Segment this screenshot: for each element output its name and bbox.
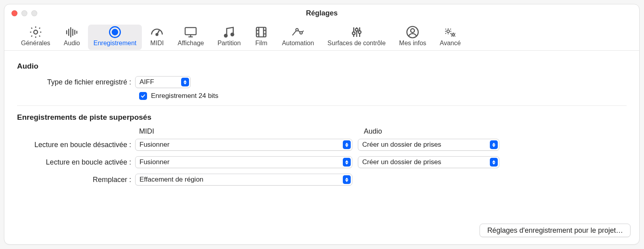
tab-label: Partition xyxy=(218,40,241,47)
cycle-on-audio-value: Créer un dossier de prises xyxy=(362,158,441,166)
tab-label: Automation xyxy=(282,40,314,47)
stepper-arrows-icon xyxy=(343,158,351,167)
file-type-select[interactable]: AIFF xyxy=(135,76,191,88)
section-title-audio: Audio xyxy=(17,62,627,71)
project-record-settings-label: Réglages d'enregistrement pour le projet… xyxy=(487,226,623,235)
section-title-overlap: Enregistrements de piste superposés xyxy=(17,113,627,122)
rec24-label: Enregistrement 24 bits xyxy=(151,92,218,100)
tab-partition[interactable]: Partition xyxy=(212,25,247,50)
svg-point-0 xyxy=(34,30,38,34)
svg-point-30 xyxy=(358,31,361,34)
replace-label: Remplacer : xyxy=(17,176,135,184)
tab-enregistrement[interactable]: Enregistrement xyxy=(88,25,142,50)
file-type-label: Type de fichier enregistré : xyxy=(17,78,135,86)
svg-rect-16 xyxy=(256,27,266,37)
tab-label: MIDI xyxy=(150,40,164,47)
section-divider xyxy=(17,105,627,106)
stepper-arrows-icon xyxy=(343,175,351,184)
tab-label: Enregistrement xyxy=(94,40,137,47)
tab-label: Générales xyxy=(21,40,50,47)
svg-point-32 xyxy=(411,29,415,33)
project-record-settings-button[interactable]: Réglages d'enregistrement pour le projet… xyxy=(480,224,631,237)
tab-label: Film xyxy=(255,40,267,47)
cycle-off-audio-select[interactable]: Créer un dossier de prises xyxy=(358,139,499,151)
music-notes-icon xyxy=(222,26,236,38)
cycle-off-audio-value: Créer un dossier de prises xyxy=(362,141,441,149)
row-24bit: Enregistrement 24 bits xyxy=(139,92,627,100)
tab-midi[interactable]: MIDI xyxy=(144,25,170,50)
svg-point-8 xyxy=(112,29,118,35)
tab-surfaces[interactable]: Surfaces de contrôle xyxy=(322,25,391,50)
col-header-audio: Audio xyxy=(364,127,382,136)
stepper-arrows-icon xyxy=(490,158,498,167)
svg-point-10 xyxy=(156,34,158,36)
row-cycle-off: Lecture en boucle désactivée : Fusionner… xyxy=(17,139,627,151)
window-title: Réglages xyxy=(4,9,639,17)
file-type-value: AIFF xyxy=(140,78,154,86)
sliders-icon xyxy=(350,26,364,38)
footer: Réglages d'enregistrement pour le projet… xyxy=(480,224,631,237)
display-icon xyxy=(183,26,198,38)
svg-point-29 xyxy=(355,29,358,31)
svg-point-14 xyxy=(224,34,227,37)
film-icon xyxy=(254,26,268,38)
content: Audio Type de fichier enregistré : AIFF … xyxy=(4,51,639,200)
settings-window: Réglages Générales Audio Enregistrement … xyxy=(4,4,640,245)
user-circle-icon xyxy=(405,26,420,38)
tab-affichage[interactable]: Affichage xyxy=(172,25,209,50)
rec24-checkbox[interactable] xyxy=(139,92,147,100)
tab-mesinfos[interactable]: Mes infos xyxy=(394,25,432,50)
toolbar: Générales Audio Enregistrement MIDI Affi… xyxy=(4,22,639,50)
replace-midi-select[interactable]: Effacement de région xyxy=(135,174,352,186)
zoom-icon[interactable] xyxy=(31,10,37,16)
minimize-icon[interactable] xyxy=(21,10,27,16)
window-controls xyxy=(4,10,37,16)
tab-label: Audio xyxy=(64,40,80,47)
tab-label: Surfaces de contrôle xyxy=(327,40,386,47)
tab-label: Affichage xyxy=(178,40,204,47)
row-file-type: Type de fichier enregistré : AIFF xyxy=(17,76,627,88)
tab-label: Mes infos xyxy=(399,40,426,47)
tab-automation[interactable]: Automation xyxy=(276,25,319,50)
record-icon xyxy=(108,26,122,38)
automation-icon xyxy=(291,26,305,38)
tab-audio[interactable]: Audio xyxy=(58,25,86,50)
waveform-icon xyxy=(65,26,79,38)
tab-avance[interactable]: Avancé xyxy=(434,25,466,50)
svg-point-24 xyxy=(300,31,302,34)
tab-label: Avancé xyxy=(440,40,461,47)
svg-point-33 xyxy=(447,30,450,33)
svg-rect-11 xyxy=(185,28,197,35)
svg-point-28 xyxy=(352,32,355,35)
gears-icon xyxy=(443,26,457,38)
row-replace: Remplacer : Effacement de région xyxy=(17,174,627,186)
svg-point-23 xyxy=(296,28,298,31)
stepper-arrows-icon xyxy=(181,78,189,86)
cycle-on-midi-value: Fusionner xyxy=(140,158,170,166)
cycle-off-midi-select[interactable]: Fusionner xyxy=(135,139,352,151)
cycle-off-label: Lecture en boucle désactivée : xyxy=(17,141,135,149)
gear-icon xyxy=(29,26,43,38)
svg-point-15 xyxy=(231,33,234,36)
stepper-arrows-icon xyxy=(343,140,351,149)
titlebar: Réglages xyxy=(4,4,639,22)
tab-film[interactable]: Film xyxy=(248,25,274,50)
stepper-arrows-icon xyxy=(490,140,498,149)
svg-point-34 xyxy=(452,34,454,36)
column-headers: MIDI Audio xyxy=(139,127,627,136)
col-header-midi: MIDI xyxy=(139,127,364,136)
row-cycle-on: Lecture en boucle activée : Fusionner Cr… xyxy=(17,156,627,168)
cycle-on-audio-select[interactable]: Créer un dossier de prises xyxy=(358,156,499,168)
replace-midi-value: Effacement de région xyxy=(140,176,203,184)
close-icon[interactable] xyxy=(11,10,17,16)
tab-generales[interactable]: Générales xyxy=(15,25,56,50)
cycle-on-label: Lecture en boucle activée : xyxy=(17,158,135,167)
cycle-off-midi-value: Fusionner xyxy=(140,141,170,149)
gauge-icon xyxy=(150,26,164,38)
cycle-on-midi-select[interactable]: Fusionner xyxy=(135,156,352,168)
